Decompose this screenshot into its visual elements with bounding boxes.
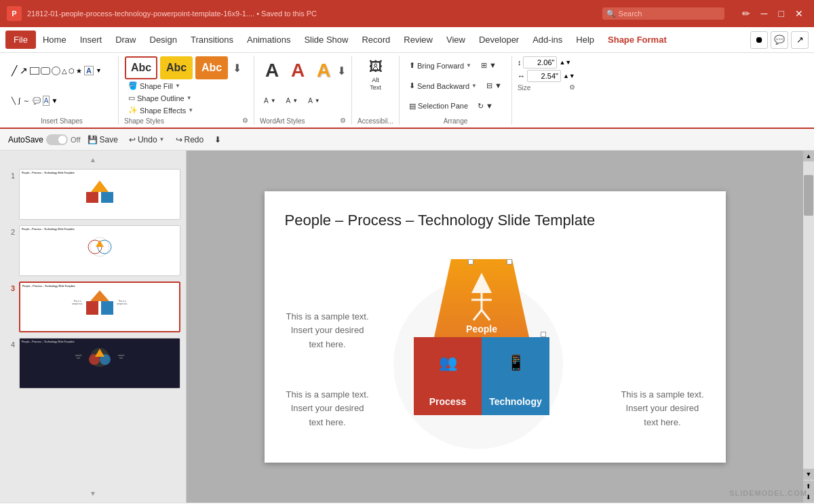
- scroll-down[interactable]: ▼: [5, 490, 180, 497]
- menu-draw[interactable]: Draw: [109, 31, 142, 49]
- height-input[interactable]: [523, 56, 557, 69]
- wordart-a-plain[interactable]: A: [260, 56, 284, 85]
- undo-button[interactable]: ↩ Undo ▼: [125, 134, 169, 146]
- minimize-btn[interactable]: ─: [757, 8, 772, 19]
- shape-options-row: 🪣 Shape Fill ▼ ▭ Shape Outline ▼ ✨ Shape…: [124, 80, 197, 116]
- insert-shapes-label: Insert Shapes: [11, 116, 113, 125]
- scroll-up-btn[interactable]: ▲: [803, 151, 814, 161]
- width-spinner[interactable]: ▲▼: [563, 73, 575, 79]
- wordart-controls: A▼ A▼ A▼: [260, 86, 324, 117]
- share-btn[interactable]: ↗: [791, 31, 809, 49]
- arrow-icon[interactable]: ↗: [19, 64, 28, 77]
- slide-img-4[interactable]: People – Process – Technology Slide Temp…: [19, 338, 180, 389]
- wordart-a-red[interactable]: A: [286, 56, 310, 85]
- shape-style-1[interactable]: Abc: [125, 56, 157, 79]
- menu-shape-format[interactable]: Shape Format: [601, 31, 674, 49]
- shape-styles-expand[interactable]: ⬇: [230, 59, 244, 77]
- maximize-btn[interactable]: □: [775, 8, 788, 19]
- menu-slideshow[interactable]: Slide Show: [297, 31, 355, 49]
- outline-icon: ▭: [128, 94, 135, 102]
- more-shapes-dropdown[interactable]: ▼: [51, 97, 58, 104]
- size-settings-icon[interactable]: ⚙: [569, 83, 575, 91]
- width-input[interactable]: [527, 70, 561, 82]
- shape-styles-settings-icon[interactable]: ⚙: [242, 117, 248, 124]
- wordart-a-gold[interactable]: A: [311, 56, 336, 85]
- slide-img-3[interactable]: People – Process – Technology Slide Temp…: [19, 282, 180, 332]
- align-btn[interactable]: ⊟ ▼: [482, 80, 506, 92]
- group-btn[interactable]: ⊞ ▼: [477, 60, 501, 71]
- customize-btn[interactable]: ⬇: [210, 134, 225, 146]
- text-outline-btn[interactable]: A▼: [282, 96, 303, 106]
- bring-forward-btn[interactable]: ⬆ Bring Forward ▼: [405, 60, 476, 71]
- shape-effects-btn[interactable]: ✨ Shape Effects ▼: [124, 104, 197, 116]
- save-button[interactable]: 💾 Save: [83, 134, 122, 146]
- autosave-switch[interactable]: [46, 134, 68, 145]
- shape-outline-btn[interactable]: ▭ Shape Outline ▼: [124, 92, 196, 104]
- comment-btn[interactable]: 💬: [771, 31, 788, 49]
- rotate-btn[interactable]: ↻ ▼: [473, 100, 497, 112]
- alt-text-btn[interactable]: 🖼 AltText: [365, 56, 387, 95]
- shape-style-2[interactable]: Abc: [160, 56, 193, 79]
- vertical-scrollbar[interactable]: ▲ ▼ ⬆ ⬇: [803, 151, 814, 503]
- menu-record[interactable]: Record: [355, 31, 397, 49]
- slide-thumb-3[interactable]: 3 People – Process – Technology Slide Te…: [5, 282, 180, 332]
- star-icon[interactable]: ★: [76, 67, 82, 75]
- arrange-group: ⬆ Bring Forward ▼ ⊞ ▼ ⬇ Send Backward ▼ …: [400, 56, 512, 125]
- shapes-more-icon[interactable]: ▼: [96, 67, 102, 74]
- decor-icon[interactable]: A: [43, 96, 50, 106]
- shape-fill-btn[interactable]: 🪣 Shape Fill ▼: [124, 80, 185, 92]
- triangle-icon[interactable]: △: [62, 67, 67, 75]
- slide-img-2[interactable]: People – Process – Technology Slide Temp…: [19, 225, 180, 276]
- fill-icon: 🪣: [128, 81, 138, 90]
- slide-thumb-4[interactable]: 4 People – Process – Technology Slide Te…: [5, 338, 180, 389]
- redo-button[interactable]: ↪ Redo: [172, 134, 208, 146]
- main-area: ▲ 1 People – Process – Technology Slide …: [0, 151, 814, 503]
- menu-file[interactable]: File: [5, 31, 36, 49]
- slide-thumb-1[interactable]: 1 People – Process – Technology Slide Te…: [5, 169, 180, 220]
- rect-icon[interactable]: [30, 67, 39, 75]
- people-process-tech-diagram[interactable]: People 👥 Process 📱 Technology: [414, 259, 549, 415]
- menu-view[interactable]: View: [440, 31, 472, 49]
- search-input[interactable]: [602, 7, 724, 20]
- menu-animations[interactable]: Animations: [240, 31, 297, 49]
- height-row: ↕ ▲▼: [518, 56, 571, 69]
- textbox-icon[interactable]: A: [84, 66, 94, 75]
- chevron-icon[interactable]: ⬡: [69, 67, 75, 75]
- send-backward-btn[interactable]: ⬇ Send Backward ▼: [405, 80, 481, 92]
- menu-home[interactable]: Home: [36, 31, 73, 49]
- wordart-expand[interactable]: ⬇: [337, 64, 346, 77]
- text-effects-btn[interactable]: A▼: [304, 96, 324, 106]
- svg-text:People: People: [466, 324, 497, 334]
- menu-review[interactable]: Review: [397, 31, 440, 49]
- shape-style-3[interactable]: Abc: [195, 56, 228, 79]
- curve-icon[interactable]: ∫: [18, 96, 21, 105]
- slide-thumb-2[interactable]: 2 People – Process – Technology Slide Te…: [5, 225, 180, 276]
- selection-pane-btn[interactable]: ▤ Selection Pane: [405, 100, 472, 112]
- wordart-settings-icon[interactable]: ⚙: [340, 117, 346, 124]
- record-btn[interactable]: ⏺: [750, 31, 768, 49]
- height-spinner[interactable]: ▲▼: [559, 60, 571, 66]
- pencil-btn[interactable]: ✏: [738, 8, 754, 19]
- freeform-icon[interactable]: ～: [22, 96, 31, 106]
- menu-help[interactable]: Help: [569, 31, 601, 49]
- callout-icon[interactable]: 💬: [32, 96, 41, 105]
- circle-icon[interactable]: [52, 66, 60, 75]
- accessibility-label: Accessibil...: [357, 116, 393, 125]
- line-icon[interactable]: ╱: [11, 64, 18, 77]
- redo-icon: ↪: [176, 135, 182, 144]
- menu-transitions[interactable]: Transitions: [184, 31, 240, 49]
- text-fill-btn[interactable]: A▼: [260, 96, 280, 106]
- scroll-up[interactable]: ▲: [5, 156, 180, 163]
- slide-img-1[interactable]: People – Process – Technology Slide Temp…: [19, 169, 180, 220]
- close-btn[interactable]: ✕: [791, 8, 807, 19]
- connector-icon[interactable]: ╲: [11, 96, 16, 105]
- scroll-thumb[interactable]: [804, 175, 813, 216]
- scroll-down-btn[interactable]: ▼: [803, 469, 814, 480]
- round-rect-icon[interactable]: [41, 67, 50, 75]
- menu-insert[interactable]: Insert: [73, 31, 109, 49]
- svg-text:👥: 👥: [438, 353, 457, 372]
- menu-developer[interactable]: Developer: [472, 31, 526, 49]
- filename: 21812-01-people-process-technology-power…: [27, 9, 602, 18]
- menu-addins[interactable]: Add-ins: [526, 31, 569, 49]
- menu-design[interactable]: Design: [143, 31, 184, 49]
